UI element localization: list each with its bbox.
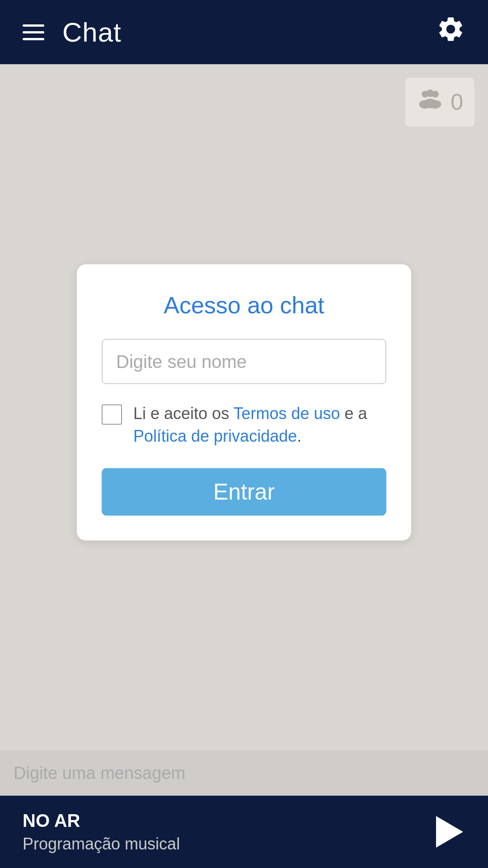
app-header: Chat — [0, 0, 488, 64]
terms-checkbox[interactable] — [102, 405, 122, 425]
play-triangle-icon — [436, 816, 463, 848]
on-air-label: NO AR — [23, 811, 180, 831]
terms-text: Li e aceito os Termos de uso e a Polític… — [133, 402, 386, 448]
svg-point-2 — [427, 90, 434, 97]
name-input[interactable] — [102, 339, 386, 384]
modal-title: Acesso ao chat — [102, 292, 386, 319]
terms-text-after: . — [297, 427, 301, 445]
menu-icon[interactable] — [23, 24, 44, 40]
users-group-icon — [417, 87, 444, 118]
message-bar: Digite uma mensagem — [0, 750, 488, 796]
play-button[interactable] — [434, 816, 465, 848]
privacy-policy-link[interactable]: Política de privacidade — [133, 427, 297, 445]
terms-text-before: Li e aceito os — [133, 404, 233, 423]
header-left: Chat — [23, 17, 122, 48]
users-count: 0 — [450, 89, 463, 115]
users-badge: 0 — [405, 78, 474, 127]
chat-access-modal: Acesso ao chat Li e aceito os Termos de … — [77, 264, 411, 541]
terms-of-use-link[interactable]: Termos de uso — [233, 404, 340, 423]
terms-row: Li e aceito os Termos de uso e a Polític… — [102, 402, 386, 448]
bottom-bar: NO AR Programação musical — [0, 796, 488, 868]
enter-button[interactable]: Entrar — [102, 468, 386, 515]
bottom-bar-info: NO AR Programação musical — [23, 811, 180, 854]
gear-icon[interactable] — [436, 14, 465, 50]
terms-text-middle: e a — [340, 404, 367, 423]
on-air-subtitle: Programação musical — [23, 835, 180, 854]
message-placeholder: Digite uma mensagem — [14, 764, 185, 783]
main-content: 0 Acesso ao chat Li e aceito os Termos d… — [0, 64, 488, 796]
page-title: Chat — [62, 17, 122, 48]
svg-point-5 — [423, 99, 437, 108]
